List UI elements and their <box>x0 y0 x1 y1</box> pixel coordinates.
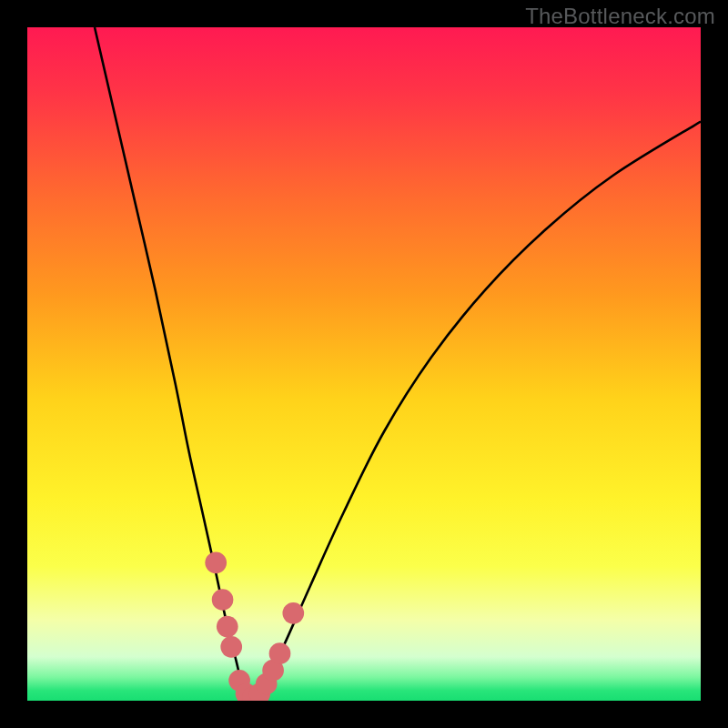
chart-frame: TheBottleneck.com <box>0 0 728 728</box>
curve-layer <box>27 27 701 701</box>
data-marker <box>212 589 234 611</box>
data-marker <box>205 551 227 573</box>
data-marker <box>217 616 238 638</box>
data-marker <box>269 642 291 664</box>
watermark-text: TheBottleneck.com <box>525 4 715 29</box>
data-markers <box>205 551 304 701</box>
curve-right <box>249 122 701 701</box>
data-marker <box>282 602 304 624</box>
plot-area <box>27 27 701 701</box>
data-marker <box>220 636 242 658</box>
